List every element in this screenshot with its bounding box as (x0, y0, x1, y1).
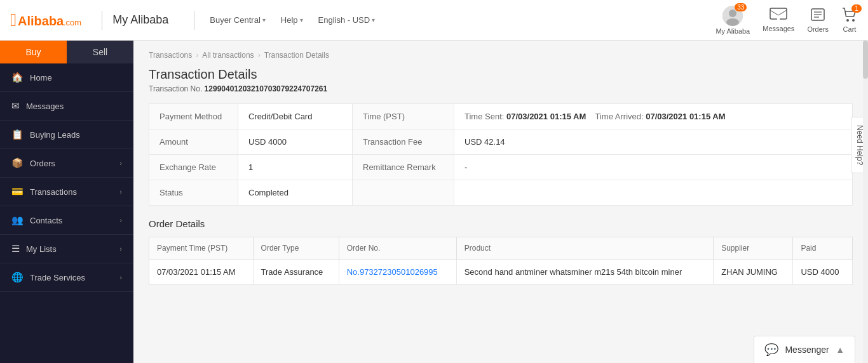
transaction-fee-value: USD 42.14 (454, 129, 853, 155)
logo[interactable]:  Alibaba .com (10, 10, 81, 30)
time-arrived-label: Time Arrived: (595, 112, 644, 121)
svg-line-7 (778, 10, 787, 15)
svg-text:.com: .com (64, 18, 81, 27)
breadcrumb-transactions[interactable]: Transactions (149, 51, 192, 60)
orders-wrap (810, 7, 825, 24)
scrollbar-track[interactable] (863, 41, 868, 363)
empty-label (353, 180, 454, 206)
transaction-details-table: Payment Method Credit/Debit Card Time (P… (149, 103, 853, 206)
transaction-no-value: 1299040120321070307922470726​1 (205, 84, 328, 93)
payment-method-label: Payment Method (149, 104, 238, 129)
payment-method-value: Credit/Debit Card (238, 104, 353, 129)
remittance-remark-label: Remittance Remark (353, 155, 454, 180)
header-nav: Buyer Central ▾ Help ▾ English - USD ▾ (205, 13, 715, 27)
orders-sidebar-icon: 📦 (11, 157, 24, 169)
order-details-title: Order Details (149, 218, 853, 229)
amount-label: Amount (149, 129, 238, 155)
contacts-icon: 👥 (11, 214, 24, 226)
order-table-row: 07/03/2021 01:15 AM Trade Assurance No.9… (149, 260, 853, 285)
col-order-type: Order Type (253, 237, 339, 260)
svg-point-4 (726, 18, 739, 26)
breadcrumb-sep2: › (258, 51, 261, 60)
table-row: Exchange Rate 1 Remittance Remark - (149, 155, 853, 180)
chevron-down-icon: ▾ (300, 16, 303, 23)
scrollbar-thumb[interactable] (863, 41, 868, 79)
time-arrived-value: 07/03/2021 01:15 AM (646, 112, 725, 121)
exchange-rate-value: 1 (238, 155, 353, 180)
messenger-bar[interactable]: 💬 Messenger ▲ (754, 336, 855, 363)
messages-icon-group[interactable]: Messages (763, 8, 794, 32)
cart-icon-group[interactable]: 1 Cart (841, 7, 858, 33)
table-row: Status Completed (149, 180, 853, 206)
sidebar-item-orders[interactable]: 📦 Orders › (0, 149, 133, 178)
status-label: Status (149, 180, 238, 206)
sidebar-item-messages[interactable]: ✉ Messages (0, 92, 133, 121)
svg-point-15 (852, 19, 855, 22)
logo-svg: Alibaba .com (18, 11, 81, 29)
buy-button[interactable]: Buy (0, 41, 67, 63)
nav-help[interactable]: Help ▾ (276, 13, 308, 27)
time-sent-label: Time Sent: (465, 112, 504, 121)
cart-badge: 1 (851, 4, 862, 13)
breadcrumb-current: Transaction Details (264, 51, 329, 60)
order-details-table: Payment Time (PST) Order Type Order No. … (149, 237, 853, 285)
col-order-no: Order No. (339, 237, 456, 260)
sidebar-item-home[interactable]: 🏠 Home (0, 63, 133, 92)
order-table-header-row: Payment Time (PST) Order Type Order No. … (149, 237, 853, 260)
messenger-label: Messenger (785, 345, 829, 355)
header-divider (102, 11, 102, 30)
sidebar-item-buying-leads[interactable]: 📋 Buying Leads (0, 121, 133, 149)
sidebar: Buy Sell 🏠 Home ✉ Messages 📋 Buying Lead… (0, 41, 133, 363)
order-paid: USD 4000 (793, 260, 853, 285)
avatar-wrap: 33 (722, 6, 743, 26)
breadcrumb: Transactions › All transactions › Transa… (149, 51, 853, 60)
messages-wrap (770, 8, 787, 23)
page-title: Transaction Details (149, 67, 853, 82)
chevron-right-icon: › (119, 216, 122, 224)
remittance-remark-value: - (454, 155, 853, 180)
orders-icon-group[interactable]: Orders (807, 7, 829, 33)
orders-icon (810, 7, 825, 22)
empty-value (454, 180, 853, 206)
chevron-down-icon: ▾ (372, 16, 375, 23)
amount-value: USD 4000 (238, 129, 353, 155)
transaction-no: Transaction No. 129904012032107030792247… (149, 84, 853, 93)
chevron-down-icon: ▾ (262, 16, 266, 23)
cart-wrap: 1 (841, 7, 858, 24)
transactions-icon: 💳 (11, 186, 24, 197)
transaction-fee-label: Transaction Fee (353, 129, 454, 155)
col-supplier: Supplier (714, 237, 793, 260)
chevron-right-icon: › (119, 245, 122, 253)
header-title: My Alibaba (112, 13, 168, 27)
order-payment-time: 07/03/2021 01:15 AM (149, 260, 254, 285)
exchange-rate-label: Exchange Rate (149, 155, 238, 180)
my-alibaba-icon-group[interactable]: 33 My Alibaba (715, 6, 750, 35)
order-product: Second hand antminer whatsminer m21s 54t… (456, 260, 713, 285)
chevron-right-icon: › (119, 274, 122, 281)
sidebar-item-transactions[interactable]: 💳 Transactions › (0, 178, 133, 206)
time-sent-value: 07/03/2021 01:15 AM (506, 112, 586, 121)
svg-line-6 (770, 10, 778, 15)
sidebar-item-contacts[interactable]: 👥 Contacts › (0, 206, 133, 235)
order-type: Trade Assurance (253, 260, 339, 285)
order-no: No.97327230501026995 (339, 260, 456, 285)
sidebar-toggle: Buy Sell (0, 41, 133, 63)
nav-language[interactable]: English - USD ▾ (313, 13, 381, 27)
sidebar-item-trade-services[interactable]: 🌐 Trade Services › (0, 263, 133, 292)
nav-buyer-central[interactable]: Buyer Central ▾ (205, 13, 270, 27)
messenger-chevron-up-icon: ▲ (836, 345, 844, 355)
my-alibaba-badge: 33 (735, 3, 747, 11)
header:  Alibaba .com My Alibaba Buyer Central … (0, 0, 868, 41)
time-pst-label: Time (PST) (353, 104, 454, 129)
header-divider2 (194, 11, 194, 30)
header-right: 33 My Alibaba Messages Orders 1 Cart (715, 6, 858, 35)
breadcrumb-all-transactions[interactable]: All transactions (202, 51, 254, 60)
home-icon: 🏠 (11, 72, 24, 83)
trade-services-icon: 🌐 (11, 272, 24, 283)
col-product: Product (456, 237, 713, 260)
chevron-right-icon: › (119, 159, 122, 167)
sell-button[interactable]: Sell (67, 41, 133, 63)
table-row: Amount USD 4000 Transaction Fee USD 42.1… (149, 129, 853, 155)
sidebar-item-my-lists[interactable]: ☰ My Lists › (0, 235, 133, 263)
order-no-link[interactable]: No.97327230501026995 (347, 267, 438, 277)
